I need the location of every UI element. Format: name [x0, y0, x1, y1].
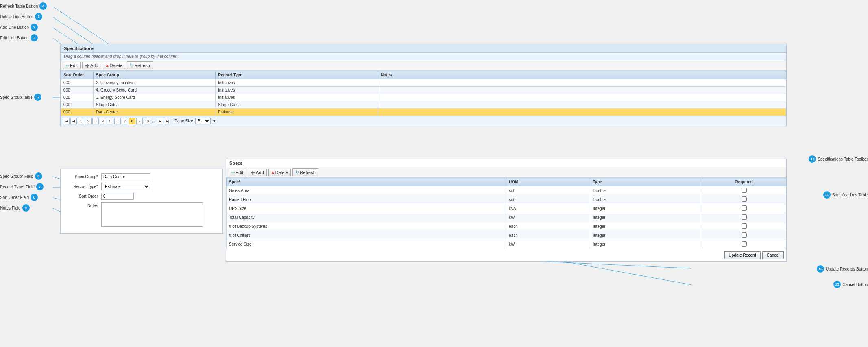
pencil-icon — [66, 63, 69, 68]
specs-panel: Specs Edit Add Delete Refresh Spe — [226, 159, 787, 262]
notes-row: Notes — [65, 202, 218, 227]
update-record-button[interactable]: Update Record — [724, 251, 761, 259]
delete-icon — [106, 63, 109, 68]
edit-button[interactable]: Edit — [63, 62, 81, 69]
svg-line-7 — [53, 198, 60, 199]
specs-refresh-button[interactable]: Refresh — [292, 168, 318, 176]
annotation-2: Add Line Button 2 — [0, 24, 38, 31]
edit-form: Spec Group* Record Type* Estimate Initia… — [60, 169, 223, 234]
annotation-7: Record Type* Field 7 — [0, 183, 44, 190]
refresh-icon — [130, 63, 133, 68]
table-row[interactable]: 000 4. Grocery Score Card Initiatives — [61, 87, 786, 94]
sort-order-row: Sort Order — [65, 193, 218, 200]
spec-row[interactable]: UPS Size kVA Integer — [227, 204, 786, 213]
col-notes: Notes — [378, 71, 786, 79]
delete-button[interactable]: Delete — [103, 62, 126, 69]
annotation-5: Spec Group Table 5 — [0, 94, 41, 101]
page-6-btn[interactable]: 6 — [114, 118, 121, 124]
spec-row[interactable]: # of Chillers each Integer — [227, 231, 786, 240]
page-8-btn[interactable]: 8 — [129, 118, 135, 124]
required-checkbox[interactable] — [742, 188, 747, 193]
spec-row[interactable]: Raised Floor sqft Double — [227, 195, 786, 204]
col-spec-group: Spec Group — [94, 71, 216, 79]
spec-group-label: Spec Group* — [65, 175, 101, 179]
add-icon — [251, 170, 255, 175]
page-4-btn[interactable]: 4 — [100, 118, 106, 124]
required-checkbox[interactable] — [742, 196, 747, 202]
page-7-btn[interactable]: 7 — [122, 118, 128, 124]
table-row-selected[interactable]: 000 Data Center Estimate — [61, 109, 786, 116]
col-record-type: Record Type — [216, 71, 378, 79]
page-1-btn[interactable]: 1 — [78, 118, 84, 124]
spec-group-toolbar: Edit Add Delete Refresh — [61, 60, 786, 71]
specs-edit-button[interactable]: Edit — [229, 169, 246, 176]
svg-line-11 — [521, 260, 691, 268]
specs-delete-button[interactable]: Delete — [268, 169, 291, 176]
page-3-btn[interactable]: 3 — [92, 118, 99, 124]
col-sort-order: Sort Order — [61, 71, 94, 79]
page-size-select[interactable]: 5 10 20 50 — [195, 118, 211, 124]
page-last-btn[interactable]: ▶| — [164, 118, 170, 124]
table-row[interactable]: 000 Stage Gates Stage Gates — [61, 101, 786, 109]
panel-title: Specifications — [61, 44, 786, 53]
specs-table: Spec* UOM Type Required Gross Area sqft … — [226, 178, 786, 249]
page-next-btn[interactable]: ▶ — [157, 118, 163, 124]
sort-order-input[interactable] — [101, 193, 134, 200]
pencil-icon — [231, 170, 235, 175]
page-prev-btn[interactable]: ◀ — [70, 118, 77, 124]
pagination-bar: |◀ ◀ 1 2 3 4 5 6 7 8 9 10 ... ▶ ▶| Page … — [61, 116, 786, 126]
record-type-select[interactable]: Estimate Initiatives Stage Gates — [101, 183, 150, 190]
page-10-btn[interactable]: 10 — [144, 118, 150, 124]
table-row[interactable]: 000 3. Energy Score Card Initiatives — [61, 94, 786, 101]
spec-row[interactable]: Total Capacity kW Integer — [227, 213, 786, 222]
required-checkbox[interactable] — [742, 241, 747, 247]
required-checkbox[interactable] — [742, 205, 747, 211]
sort-order-label: Sort Order — [65, 194, 101, 199]
required-checkbox[interactable] — [742, 214, 747, 220]
specs-toolbar: Edit Add Delete Refresh — [226, 167, 786, 178]
add-button[interactable]: Add — [82, 62, 101, 69]
page-2-btn[interactable]: 2 — [85, 118, 92, 124]
annotation-11: Specifications Table 11 — [823, 191, 868, 199]
annotation-8: Sort Order Field 8 — [0, 194, 38, 201]
notes-textarea[interactable] — [101, 202, 203, 227]
spec-row[interactable]: # of Backup Systems each Integer — [227, 222, 786, 231]
group-drop-zone: Drag a column header and drop it here to… — [61, 53, 786, 60]
main-container: Refresh Table Button 4 Delete Line Butto… — [0, 0, 868, 347]
required-checkbox[interactable] — [742, 223, 747, 229]
spec-group-row: Spec Group* — [65, 173, 218, 180]
annotation-6: Spec Group* Field 6 — [0, 172, 42, 180]
annotation-1: Edit Line Button 1 — [0, 34, 38, 41]
annotation-4: Refresh Table Button 4 — [0, 2, 47, 10]
notes-label: Notes — [65, 202, 101, 208]
col-required: Required — [702, 178, 786, 186]
spec-row[interactable]: Gross Area sqft Double — [227, 186, 786, 195]
refresh-button[interactable]: Refresh — [127, 61, 153, 69]
annotation-3: Delete Line Button 3 — [0, 13, 42, 20]
svg-line-12 — [557, 260, 691, 285]
col-type: Type — [590, 178, 702, 186]
spec-group-input[interactable] — [101, 173, 150, 180]
add-icon — [85, 63, 89, 68]
cancel-button[interactable]: Cancel — [762, 251, 784, 259]
col-uom: UOM — [506, 178, 590, 186]
svg-line-5 — [53, 177, 60, 179]
page-5-btn[interactable]: 5 — [107, 118, 113, 124]
required-checkbox[interactable] — [742, 232, 747, 238]
specs-title: Specs — [226, 159, 786, 167]
delete-icon — [271, 170, 275, 175]
svg-line-8 — [53, 208, 60, 212]
page-first-btn[interactable]: |◀ — [63, 118, 70, 124]
page-9-btn[interactable]: 9 — [136, 118, 143, 124]
annotation-13: Cancel Button 13 — [833, 281, 868, 288]
col-spec: Spec* — [227, 178, 506, 186]
spec-group-table: Sort Order Spec Group Record Type Notes … — [61, 71, 786, 116]
table-row[interactable]: 000 2. University Initiative Initiatives — [61, 79, 786, 87]
specifications-panel: Specifications Drag a column header and … — [60, 44, 787, 126]
spec-row[interactable]: Service Size kW Integer — [227, 240, 786, 249]
page-size-label: Page Size: — [174, 119, 194, 123]
annotation-10: Specifications Table Toolbar 10 — [809, 155, 868, 163]
annotation-9: Notes Field 9 — [0, 204, 30, 212]
update-cancel-row: Update Record Cancel — [226, 249, 786, 261]
specs-add-button[interactable]: Add — [248, 169, 267, 176]
